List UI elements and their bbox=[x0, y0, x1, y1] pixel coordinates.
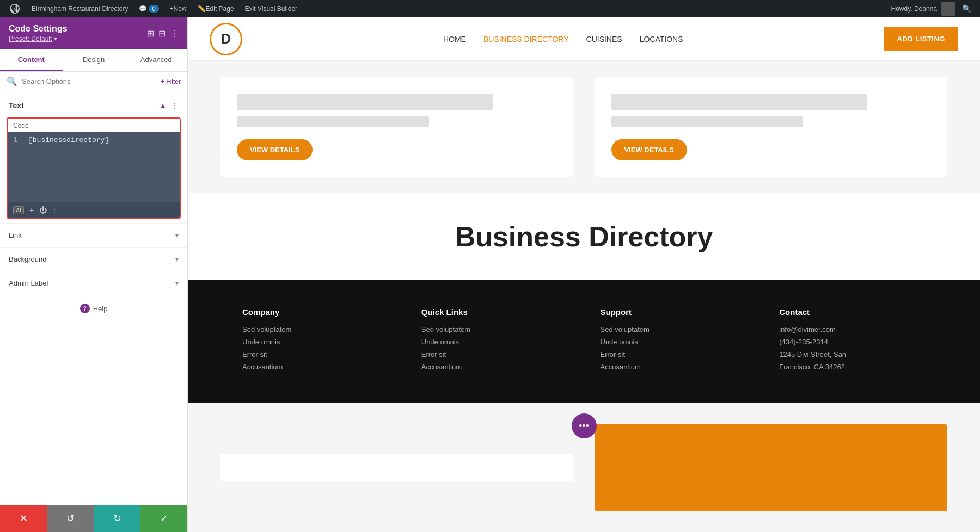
card-1: VIEW DETAILS bbox=[220, 77, 573, 177]
user-avatar bbox=[941, 2, 955, 16]
tab-content[interactable]: Content bbox=[0, 49, 63, 71]
footer-quicklinks-link-2[interactable]: Unde omnis bbox=[421, 338, 568, 346]
copy-icon[interactable]: ⊞ bbox=[147, 28, 154, 39]
nav-locations[interactable]: LOCATIONS bbox=[640, 35, 683, 44]
footer-company-link-2[interactable]: Unde omnis bbox=[242, 338, 389, 346]
footer-quicklinks-link-1[interactable]: Sed voluptatem bbox=[421, 325, 568, 333]
footer-quicklinks-link-3[interactable]: Error sit bbox=[421, 350, 568, 358]
background-section[interactable]: Background ▾ bbox=[0, 247, 187, 271]
footer-quicklinks-link-4[interactable]: Accusantium bbox=[421, 363, 568, 371]
nav-home[interactable]: HOME bbox=[443, 35, 466, 44]
site-nav: D HOME BUSINESS DIRECTORY CUISINES LOCAT… bbox=[188, 17, 980, 61]
search-icon[interactable]: 🔍 bbox=[958, 4, 976, 13]
card-2: VIEW DETAILS bbox=[595, 77, 948, 177]
exit-builder[interactable]: Exit Visual Builder bbox=[241, 0, 302, 17]
comment-count: 0 bbox=[149, 5, 158, 13]
card-placeholder-4 bbox=[611, 116, 804, 127]
admin-label-text: Admin Label bbox=[9, 279, 48, 287]
dots-button[interactable]: ••• bbox=[572, 413, 597, 438]
wp-logo[interactable] bbox=[4, 0, 25, 17]
background-label: Background bbox=[9, 255, 46, 263]
filter-button[interactable]: + Filter bbox=[161, 78, 181, 85]
view-details-button-1[interactable]: VIEW DETAILS bbox=[237, 139, 313, 160]
footer-quicklinks-title: Quick Links bbox=[421, 307, 568, 317]
footer-contact-email[interactable]: info@divimer.com bbox=[779, 325, 926, 333]
site-logo: D bbox=[210, 23, 242, 55]
footer-col-quicklinks: Quick Links Sed voluptatem Unde omnis Er… bbox=[421, 307, 568, 375]
line-number: 1 bbox=[13, 136, 22, 144]
link-label: Link bbox=[9, 231, 22, 239]
text-section-header: Text ▲ ⋮ bbox=[0, 98, 187, 113]
nav-links: HOME BUSINESS DIRECTORY CUISINES LOCATIO… bbox=[443, 35, 683, 44]
add-icon[interactable]: + bbox=[29, 206, 34, 214]
business-dir-section: Business Directory bbox=[188, 193, 980, 280]
view-details-button-2[interactable]: VIEW DETAILS bbox=[611, 139, 687, 160]
ai-icon[interactable]: AI bbox=[13, 206, 24, 214]
help-icon: ? bbox=[80, 304, 90, 313]
code-editor[interactable]: 1 [businessdirectory] bbox=[8, 132, 180, 202]
footer-support-link-1[interactable]: Sed voluptatem bbox=[601, 325, 747, 333]
sidebar-preset: Preset: Default ▾ bbox=[9, 35, 68, 42]
admin-label-section[interactable]: Admin Label ▾ bbox=[0, 271, 187, 295]
wp-admin-bar: Birmingham Restaurant Directory 💬 0 + Ne… bbox=[0, 0, 980, 17]
search-input[interactable] bbox=[22, 77, 156, 85]
cards-section: VIEW DETAILS VIEW DETAILS bbox=[188, 61, 980, 193]
redo-button[interactable]: ↻ bbox=[94, 505, 140, 532]
footer-support-link-3[interactable]: Error sit bbox=[601, 350, 747, 358]
new-item[interactable]: + New bbox=[166, 0, 191, 17]
sidebar: Code Settings Preset: Default ▾ ⊞ ⊟ ⋮ Co… bbox=[0, 17, 188, 532]
footer-company-link-4[interactable]: Accusantium bbox=[242, 363, 389, 371]
add-listing-button[interactable]: ADD LISTING bbox=[884, 27, 958, 51]
footer-col-support: Support Sed voluptatem Unde omnis Error … bbox=[601, 307, 747, 375]
link-chevron: ▾ bbox=[175, 232, 179, 239]
more-options-icon[interactable]: ⋮ bbox=[171, 101, 179, 110]
tab-advanced[interactable]: Advanced bbox=[125, 49, 187, 71]
footer-support-title: Support bbox=[601, 307, 747, 317]
footer-col-company: Company Sed voluptatem Unde omnis Error … bbox=[242, 307, 389, 375]
move-icon[interactable]: ↕ bbox=[52, 206, 56, 214]
code-content: [businessdirectory] bbox=[28, 136, 109, 144]
text-section-title: Text bbox=[9, 101, 24, 110]
nav-cuisines[interactable]: CUISINES bbox=[586, 35, 622, 44]
footer-support-link-2[interactable]: Unde omnis bbox=[601, 338, 747, 346]
help-section: ? Help bbox=[0, 295, 187, 322]
footer-company-link-3[interactable]: Error sit bbox=[242, 350, 389, 358]
site-name[interactable]: Birmingham Restaurant Directory bbox=[27, 0, 132, 17]
background-chevron: ▾ bbox=[175, 256, 179, 263]
site-footer: Company Sed voluptatem Unde omnis Error … bbox=[188, 280, 980, 403]
save-button[interactable]: ✓ bbox=[140, 505, 187, 532]
sidebar-tabs: Content Design Advanced bbox=[0, 49, 187, 72]
sidebar-title: Code Settings bbox=[9, 24, 68, 34]
columns-icon[interactable]: ⊟ bbox=[158, 28, 166, 39]
search-bar: 🔍 + Filter bbox=[0, 72, 187, 91]
comments-link[interactable]: 💬 0 bbox=[134, 0, 163, 17]
bottom-search-bar[interactable] bbox=[220, 454, 573, 481]
undo-button[interactable]: ↺ bbox=[47, 505, 94, 532]
more-icon[interactable]: ⋮ bbox=[170, 28, 179, 39]
footer-contact-phone[interactable]: (434)-235-2314 bbox=[779, 338, 926, 346]
orange-box bbox=[595, 424, 948, 511]
card-placeholder-1 bbox=[237, 94, 493, 110]
code-toolbar: AI + ⏻ ↕ bbox=[8, 202, 180, 218]
business-dir-title: Business Directory bbox=[204, 220, 964, 253]
admin-label-chevron: ▾ bbox=[175, 280, 179, 287]
footer-company-title: Company bbox=[242, 307, 389, 317]
link-section[interactable]: Link ▾ bbox=[0, 223, 187, 247]
sidebar-content: Text ▲ ⋮ Code 1 [businessdirectory] AI bbox=[0, 91, 187, 505]
nav-business-directory[interactable]: BUSINESS DIRECTORY bbox=[483, 35, 569, 44]
code-label: Code bbox=[8, 119, 180, 132]
bottom-section: ••• bbox=[188, 403, 980, 532]
tab-design[interactable]: Design bbox=[63, 49, 125, 71]
help-link[interactable]: ? Help bbox=[9, 304, 179, 313]
collapse-icon[interactable]: ▲ bbox=[159, 101, 167, 110]
power-icon[interactable]: ⏻ bbox=[39, 206, 47, 214]
card-placeholder-2 bbox=[237, 116, 429, 127]
code-block-wrapper: Code 1 [businessdirectory] AI + ⏻ ↕ bbox=[7, 117, 181, 219]
footer-col-contact: Contact info@divimer.com (434)-235-2314 … bbox=[779, 307, 926, 375]
footer-contact-title: Contact bbox=[779, 307, 926, 317]
edit-page[interactable]: ✏️ Edit Page bbox=[193, 0, 238, 17]
cancel-button[interactable]: ✕ bbox=[0, 505, 47, 532]
footer-support-link-4[interactable]: Accusantium bbox=[601, 363, 747, 371]
card-placeholder-3 bbox=[611, 94, 867, 110]
footer-company-link-1[interactable]: Sed voluptatem bbox=[242, 325, 389, 333]
